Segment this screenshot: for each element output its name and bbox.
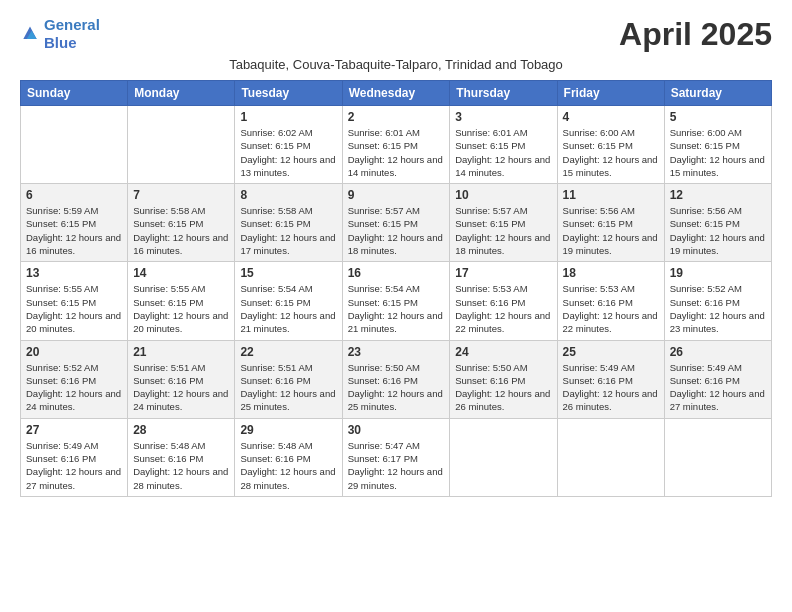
col-header-friday: Friday [557,81,664,106]
day-info: Sunrise: 5:50 AM Sunset: 6:16 PM Dayligh… [348,361,445,414]
calendar-cell: 23Sunrise: 5:50 AM Sunset: 6:16 PM Dayli… [342,340,450,418]
day-info: Sunrise: 6:01 AM Sunset: 6:15 PM Dayligh… [348,126,445,179]
logo-icon [20,24,40,44]
day-info: Sunrise: 5:57 AM Sunset: 6:15 PM Dayligh… [455,204,551,257]
day-info: Sunrise: 5:55 AM Sunset: 6:15 PM Dayligh… [133,282,229,335]
day-info: Sunrise: 5:54 AM Sunset: 6:15 PM Dayligh… [240,282,336,335]
calendar-cell: 10Sunrise: 5:57 AM Sunset: 6:15 PM Dayli… [450,184,557,262]
logo-text-line1: General [44,16,100,34]
day-info: Sunrise: 5:48 AM Sunset: 6:16 PM Dayligh… [240,439,336,492]
calendar-cell: 29Sunrise: 5:48 AM Sunset: 6:16 PM Dayli… [235,418,342,496]
calendar-cell [557,418,664,496]
col-header-monday: Monday [128,81,235,106]
day-number: 25 [563,345,659,359]
calendar-cell: 17Sunrise: 5:53 AM Sunset: 6:16 PM Dayli… [450,262,557,340]
day-info: Sunrise: 5:48 AM Sunset: 6:16 PM Dayligh… [133,439,229,492]
col-header-thursday: Thursday [450,81,557,106]
day-info: Sunrise: 5:51 AM Sunset: 6:16 PM Dayligh… [240,361,336,414]
day-number: 19 [670,266,766,280]
calendar-cell: 19Sunrise: 5:52 AM Sunset: 6:16 PM Dayli… [664,262,771,340]
day-number: 3 [455,110,551,124]
calendar-cell: 1Sunrise: 6:02 AM Sunset: 6:15 PM Daylig… [235,106,342,184]
col-header-sunday: Sunday [21,81,128,106]
day-info: Sunrise: 6:00 AM Sunset: 6:15 PM Dayligh… [670,126,766,179]
day-number: 5 [670,110,766,124]
day-info: Sunrise: 5:52 AM Sunset: 6:16 PM Dayligh… [26,361,122,414]
calendar-cell: 4Sunrise: 6:00 AM Sunset: 6:15 PM Daylig… [557,106,664,184]
calendar-cell: 21Sunrise: 5:51 AM Sunset: 6:16 PM Dayli… [128,340,235,418]
day-number: 30 [348,423,445,437]
calendar-cell: 12Sunrise: 5:56 AM Sunset: 6:15 PM Dayli… [664,184,771,262]
day-number: 16 [348,266,445,280]
day-number: 8 [240,188,336,202]
calendar-cell: 22Sunrise: 5:51 AM Sunset: 6:16 PM Dayli… [235,340,342,418]
calendar-cell: 2Sunrise: 6:01 AM Sunset: 6:15 PM Daylig… [342,106,450,184]
calendar-cell: 13Sunrise: 5:55 AM Sunset: 6:15 PM Dayli… [21,262,128,340]
day-info: Sunrise: 5:47 AM Sunset: 6:17 PM Dayligh… [348,439,445,492]
day-number: 29 [240,423,336,437]
month-title: April 2025 [619,16,772,53]
day-number: 6 [26,188,122,202]
day-info: Sunrise: 5:53 AM Sunset: 6:16 PM Dayligh… [455,282,551,335]
calendar-cell: 30Sunrise: 5:47 AM Sunset: 6:17 PM Dayli… [342,418,450,496]
day-number: 18 [563,266,659,280]
day-number: 14 [133,266,229,280]
calendar-cell: 11Sunrise: 5:56 AM Sunset: 6:15 PM Dayli… [557,184,664,262]
col-header-tuesday: Tuesday [235,81,342,106]
day-number: 24 [455,345,551,359]
day-number: 4 [563,110,659,124]
day-info: Sunrise: 5:49 AM Sunset: 6:16 PM Dayligh… [670,361,766,414]
day-number: 23 [348,345,445,359]
calendar-cell: 26Sunrise: 5:49 AM Sunset: 6:16 PM Dayli… [664,340,771,418]
calendar-cell: 27Sunrise: 5:49 AM Sunset: 6:16 PM Dayli… [21,418,128,496]
calendar-cell: 16Sunrise: 5:54 AM Sunset: 6:15 PM Dayli… [342,262,450,340]
day-info: Sunrise: 5:57 AM Sunset: 6:15 PM Dayligh… [348,204,445,257]
day-number: 10 [455,188,551,202]
calendar-cell: 18Sunrise: 5:53 AM Sunset: 6:16 PM Dayli… [557,262,664,340]
calendar-cell: 24Sunrise: 5:50 AM Sunset: 6:16 PM Dayli… [450,340,557,418]
day-number: 15 [240,266,336,280]
day-number: 12 [670,188,766,202]
day-number: 17 [455,266,551,280]
day-info: Sunrise: 5:58 AM Sunset: 6:15 PM Dayligh… [133,204,229,257]
calendar-cell: 15Sunrise: 5:54 AM Sunset: 6:15 PM Dayli… [235,262,342,340]
calendar-table: SundayMondayTuesdayWednesdayThursdayFrid… [20,80,772,497]
calendar-cell [664,418,771,496]
day-number: 26 [670,345,766,359]
calendar-cell [21,106,128,184]
day-info: Sunrise: 5:55 AM Sunset: 6:15 PM Dayligh… [26,282,122,335]
day-number: 22 [240,345,336,359]
calendar-cell: 5Sunrise: 6:00 AM Sunset: 6:15 PM Daylig… [664,106,771,184]
calendar-cell: 8Sunrise: 5:58 AM Sunset: 6:15 PM Daylig… [235,184,342,262]
calendar-cell: 9Sunrise: 5:57 AM Sunset: 6:15 PM Daylig… [342,184,450,262]
day-info: Sunrise: 5:56 AM Sunset: 6:15 PM Dayligh… [670,204,766,257]
day-info: Sunrise: 5:58 AM Sunset: 6:15 PM Dayligh… [240,204,336,257]
logo-text-line2: Blue [44,34,100,52]
col-header-wednesday: Wednesday [342,81,450,106]
logo: General Blue [20,16,100,52]
day-info: Sunrise: 5:52 AM Sunset: 6:16 PM Dayligh… [670,282,766,335]
calendar-cell: 28Sunrise: 5:48 AM Sunset: 6:16 PM Dayli… [128,418,235,496]
calendar-cell: 6Sunrise: 5:59 AM Sunset: 6:15 PM Daylig… [21,184,128,262]
calendar-cell: 3Sunrise: 6:01 AM Sunset: 6:15 PM Daylig… [450,106,557,184]
day-info: Sunrise: 6:01 AM Sunset: 6:15 PM Dayligh… [455,126,551,179]
day-info: Sunrise: 5:59 AM Sunset: 6:15 PM Dayligh… [26,204,122,257]
day-info: Sunrise: 5:50 AM Sunset: 6:16 PM Dayligh… [455,361,551,414]
day-number: 27 [26,423,122,437]
day-number: 28 [133,423,229,437]
day-info: Sunrise: 5:53 AM Sunset: 6:16 PM Dayligh… [563,282,659,335]
calendar-cell: 25Sunrise: 5:49 AM Sunset: 6:16 PM Dayli… [557,340,664,418]
subtitle: Tabaquite, Couva-Tabaquite-Talparo, Trin… [20,57,772,72]
day-info: Sunrise: 5:54 AM Sunset: 6:15 PM Dayligh… [348,282,445,335]
calendar-cell: 20Sunrise: 5:52 AM Sunset: 6:16 PM Dayli… [21,340,128,418]
calendar-cell: 7Sunrise: 5:58 AM Sunset: 6:15 PM Daylig… [128,184,235,262]
day-info: Sunrise: 5:51 AM Sunset: 6:16 PM Dayligh… [133,361,229,414]
day-info: Sunrise: 5:49 AM Sunset: 6:16 PM Dayligh… [26,439,122,492]
calendar-cell: 14Sunrise: 5:55 AM Sunset: 6:15 PM Dayli… [128,262,235,340]
day-info: Sunrise: 6:00 AM Sunset: 6:15 PM Dayligh… [563,126,659,179]
calendar-cell [450,418,557,496]
day-number: 9 [348,188,445,202]
day-info: Sunrise: 5:56 AM Sunset: 6:15 PM Dayligh… [563,204,659,257]
day-number: 21 [133,345,229,359]
day-number: 2 [348,110,445,124]
